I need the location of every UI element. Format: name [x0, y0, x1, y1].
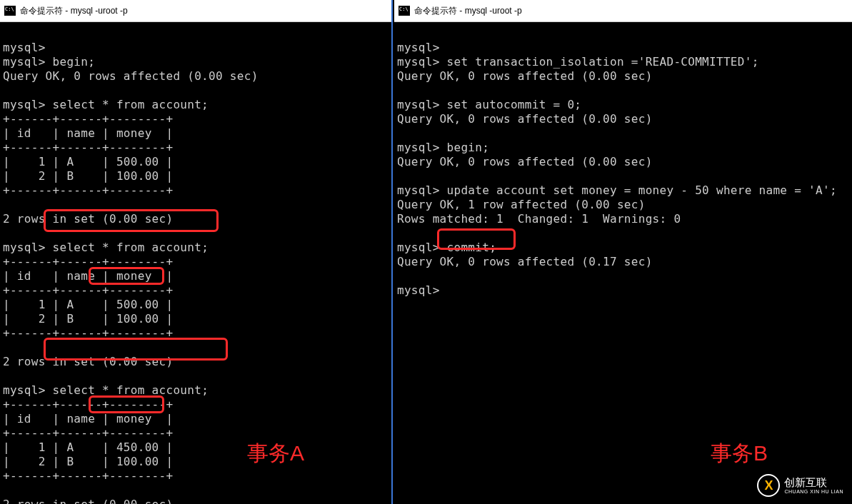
line: | id | name | money |	[3, 269, 173, 283]
cmd-icon	[399, 6, 410, 16]
line: mysql> begin;	[397, 141, 489, 154]
terminal-window-a: 命令提示符 - mysql -uroot -p mysql> mysql> be…	[0, 0, 393, 504]
line: | 2 | B | 100.00 |	[3, 312, 173, 326]
line: 2 rows in set (0.00 sec)	[3, 355, 173, 368]
line: +------+------+--------+	[3, 283, 173, 297]
line: | 1 | A | 500.00 |	[3, 298, 173, 311]
line-prompt: mysql>	[3, 241, 46, 254]
transaction-label-b: 事务B	[711, 439, 768, 468]
line: | 1 | A | 450.00 |	[3, 440, 173, 454]
line-prompt: mysql>	[397, 241, 440, 254]
line: mysql> begin;	[3, 55, 95, 69]
titlebar-left[interactable]: 命令提示符 - mysql -uroot -p	[0, 0, 391, 22]
line: Query OK, 1 row affected (0.00 sec)	[397, 198, 646, 211]
line-prompt: mysql>	[3, 383, 46, 397]
transaction-label-a: 事务A	[247, 439, 304, 468]
line: +------+------+--------+	[3, 255, 173, 268]
line: 2 rows in set (0.00 sec)	[3, 212, 173, 226]
line: Query OK, 0 rows affected (0.17 sec)	[397, 255, 653, 268]
line: Query OK, 0 rows affected (0.00 sec)	[397, 69, 653, 83]
line: mysql> update account set money = money …	[397, 183, 837, 197]
line: | 2 | B | 100.00 |	[3, 169, 173, 183]
line: mysql>	[397, 41, 440, 54]
line: commit;	[440, 241, 496, 254]
line: +------+------+--------+	[3, 183, 173, 197]
title-text-right: 命令提示符 - mysql -uroot -p	[414, 5, 522, 17]
terminal-output-right[interactable]: mysql> mysql> set transaction_isolation …	[394, 22, 852, 302]
line: mysql> set transaction_isolation ='READ-…	[397, 55, 759, 69]
watermark: X 创新互联 CHUANG XIN HU LIAN	[757, 474, 843, 497]
line: select * from account;	[46, 383, 209, 397]
watermark-text-cn: 创新互联	[784, 477, 843, 488]
line: Query OK, 0 rows affected (0.00 sec)	[3, 69, 259, 83]
line: mysql>	[397, 283, 440, 297]
line: mysql> select * from account;	[3, 98, 209, 111]
terminal-output-left[interactable]: mysql> mysql> begin; Query OK, 0 rows af…	[0, 22, 391, 504]
line: +------+------+--------+	[3, 326, 173, 340]
line: | 2 | B | 100.00 |	[3, 455, 173, 468]
line: | id | name | money |	[3, 126, 173, 140]
line: +------+------+--------+	[3, 469, 173, 483]
watermark-text-en: CHUANG XIN HU LIAN	[784, 489, 843, 494]
line: +------+------+--------+	[3, 112, 173, 126]
line: mysql>	[3, 41, 46, 54]
line: +------+------+--------+	[3, 398, 173, 411]
titlebar-right[interactable]: 命令提示符 - mysql -uroot -p	[394, 0, 852, 22]
line: | id | name | money |	[3, 412, 173, 425]
terminal-window-b: 命令提示符 - mysql -uroot -p mysql> mysql> se…	[394, 0, 852, 504]
line: Query OK, 0 rows affected (0.00 sec)	[397, 155, 653, 168]
line: | 1 | A | 500.00 |	[3, 155, 173, 168]
cmd-icon	[4, 6, 16, 16]
title-text-left: 命令提示符 - mysql -uroot -p	[20, 5, 128, 17]
line: Rows matched: 1 Changed: 1 Warnings: 0	[397, 212, 681, 226]
line: +------+------+--------+	[3, 426, 173, 440]
watermark-logo-icon: X	[757, 474, 780, 497]
line: +------+------+--------+	[3, 141, 173, 154]
line: Query OK, 0 rows affected (0.00 sec)	[397, 112, 653, 126]
line: select * from account;	[46, 241, 209, 254]
line: mysql> set autocommit = 0;	[397, 98, 581, 111]
line: 2 rows in set (0.00 sec)	[3, 498, 173, 504]
